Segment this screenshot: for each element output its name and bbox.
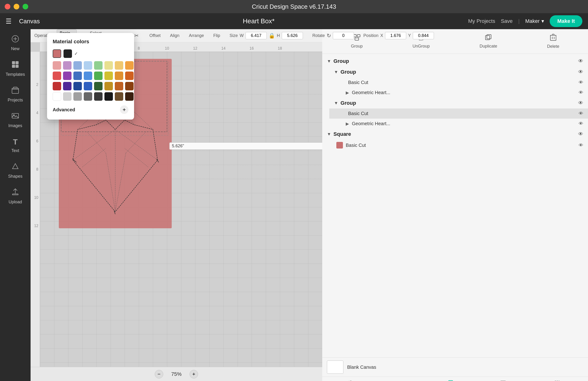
color-swatch[interactable] <box>84 82 92 90</box>
svg-line-21 <box>87 132 106 153</box>
color-swatch[interactable] <box>53 82 61 90</box>
color-swatch[interactable] <box>115 82 123 90</box>
hamburger-menu[interactable]: ☰ <box>6 17 12 25</box>
color-swatch[interactable] <box>105 71 113 80</box>
selected-color-2[interactable] <box>63 49 72 58</box>
sidebar-item-shapes[interactable]: Shapes <box>0 158 31 183</box>
advanced-label: Advanced <box>53 107 75 112</box>
subgroup-name: Group <box>340 69 576 75</box>
position-x-input[interactable] <box>385 32 406 39</box>
slice-tool[interactable]: Slice <box>341 379 360 381</box>
save-link[interactable]: Save <box>501 18 512 24</box>
color-swatch[interactable] <box>63 92 71 101</box>
color-swatch[interactable] <box>63 61 71 70</box>
color-swatch[interactable] <box>53 61 61 70</box>
square-group-header[interactable]: ▼ Square 👁 <box>322 129 588 139</box>
eye-icon[interactable]: 👁 <box>579 80 583 85</box>
color-swatch[interactable] <box>125 71 134 80</box>
color-swatch[interactable] <box>73 61 82 70</box>
color-swatch[interactable] <box>125 92 134 101</box>
color-swatch[interactable] <box>105 92 113 101</box>
zoom-out-button[interactable]: − <box>155 370 163 379</box>
toolbar-separator: | <box>518 18 520 24</box>
layer-item[interactable]: ▶ Geometric Heart... 👁 <box>329 88 588 98</box>
layers-list: ▼ Group 👁 ▼ Group 👁 Basic Cut 👁 ▶ Geomet… <box>322 54 588 381</box>
attach-tool[interactable]: Attach <box>440 379 461 381</box>
color-swatch[interactable] <box>115 92 123 101</box>
color-swatch[interactable] <box>84 92 92 101</box>
sidebar-item-images[interactable]: Images <box>0 107 31 133</box>
sidebar-item-projects[interactable]: Projects <box>0 82 31 107</box>
layer-item-name: Geometric Heart... <box>352 90 576 95</box>
svg-line-16 <box>73 130 115 160</box>
color-swatch[interactable] <box>94 61 103 70</box>
sidebar-item-upload[interactable]: Upload <box>0 183 31 209</box>
maximize-button[interactable] <box>22 4 28 9</box>
delete-button[interactable]: Delete <box>543 32 563 51</box>
color-swatch[interactable] <box>115 61 123 70</box>
color-swatch[interactable] <box>94 82 103 90</box>
ruler-mark: 10 <box>153 46 181 51</box>
color-swatch[interactable] <box>94 92 103 101</box>
layer-group-header[interactable]: ▼ Group 👁 <box>322 56 588 67</box>
position-y-input[interactable] <box>413 32 434 39</box>
layer-item[interactable]: ▶ Geometric Heart... 👁 <box>329 119 588 129</box>
color-swatch[interactable] <box>63 71 71 80</box>
eye-icon[interactable]: 👁 <box>579 143 583 148</box>
color-swatch[interactable] <box>53 71 61 80</box>
color-swatch[interactable] <box>53 92 61 101</box>
color-swatch[interactable] <box>73 71 82 80</box>
color-swatch[interactable] <box>125 61 134 70</box>
make-it-button[interactable]: Make It <box>550 15 582 27</box>
my-projects-link[interactable]: My Projects <box>468 18 495 24</box>
ruler-mark-v: 4 <box>36 99 40 127</box>
eye-icon[interactable]: 👁 <box>578 58 583 64</box>
selected-color-1[interactable] <box>53 49 61 58</box>
color-swatch[interactable] <box>105 61 113 70</box>
width-input[interactable] <box>246 32 267 39</box>
color-swatch[interactable] <box>94 71 103 80</box>
svg-rect-37 <box>487 35 491 39</box>
color-swatch[interactable] <box>73 92 82 101</box>
square-chevron-icon: ▼ <box>327 132 331 137</box>
add-color-button[interactable]: + <box>120 105 128 114</box>
color-swatch[interactable] <box>73 82 82 90</box>
color-swatch[interactable] <box>63 82 71 90</box>
color-swatch[interactable] <box>125 82 134 90</box>
layer-item[interactable]: Basic Cut 👁 <box>322 139 588 151</box>
layer-subgroup-header[interactable]: ▼ Group 👁 <box>329 67 588 77</box>
sidebar-item-templates[interactable]: Templates <box>0 56 31 82</box>
project-title[interactable]: Heart Box* <box>243 17 274 25</box>
contour-tool[interactable]: Contour <box>545 379 568 381</box>
rotate-input[interactable] <box>333 32 354 39</box>
layer-subgroup2-header[interactable]: ▼ Group 👁 <box>329 98 588 109</box>
maker-selector[interactable]: Maker ▾ <box>525 18 544 24</box>
height-input[interactable] <box>282 32 303 39</box>
color-swatch[interactable] <box>105 82 113 90</box>
eye-icon[interactable]: 👁 <box>578 131 583 137</box>
sidebar-item-text[interactable]: T Text <box>0 133 31 158</box>
close-button[interactable] <box>5 4 10 9</box>
duplicate-button[interactable]: Duplicate <box>476 32 501 51</box>
color-swatch[interactable] <box>84 61 92 70</box>
position-x-label: X <box>380 33 383 38</box>
color-swatch[interactable] <box>115 71 123 80</box>
blank-canvas-row[interactable]: Blank Canvas <box>322 358 588 377</box>
color-swatch[interactable] <box>84 71 92 80</box>
layer-item[interactable]: Basic Cut 👁 <box>329 77 588 88</box>
zoom-in-button[interactable]: + <box>189 370 198 379</box>
weld-icon <box>397 380 404 381</box>
flatten-tool[interactable]: Flatten <box>492 379 514 381</box>
height-label: H <box>277 33 280 38</box>
svg-line-17 <box>115 130 158 160</box>
eye-icon[interactable]: 👁 <box>579 121 583 126</box>
eye-icon[interactable]: 👁 <box>578 69 583 75</box>
sidebar-item-new[interactable]: New <box>0 30 31 56</box>
plus-icon <box>12 35 19 45</box>
eye-icon[interactable]: 👁 <box>579 111 583 116</box>
eye-icon[interactable]: 👁 <box>578 100 583 106</box>
eye-icon[interactable]: 👁 <box>579 90 583 95</box>
layer-item-selected[interactable]: Basic Cut 👁 <box>329 109 588 119</box>
minimize-button[interactable] <box>14 4 19 9</box>
weld-tool[interactable]: Weld <box>391 379 409 381</box>
